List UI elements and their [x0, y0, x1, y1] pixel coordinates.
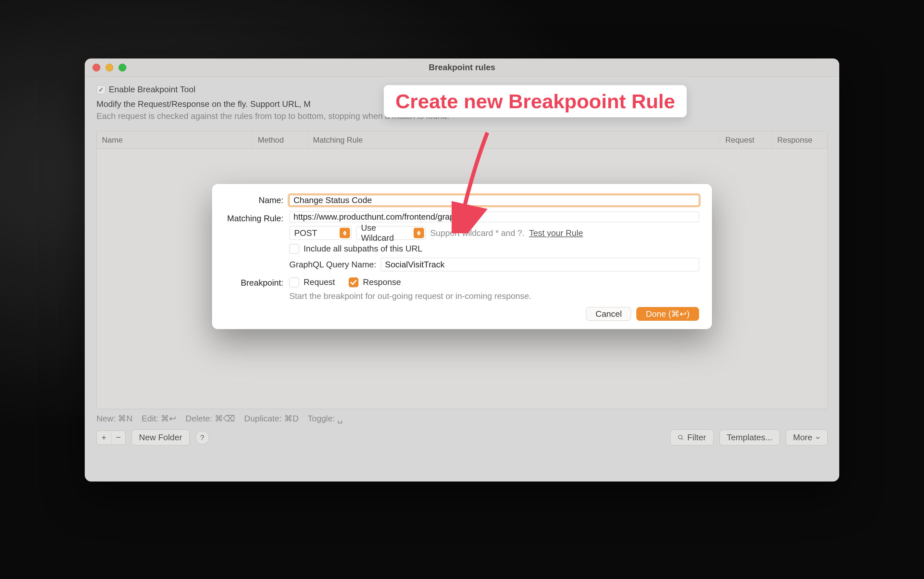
shortcut-toggle: Toggle: ␣: [308, 414, 343, 424]
done-button[interactable]: Done (⌘↩): [636, 307, 699, 321]
annotation-callout: Create new Breakpooint Rule: [384, 85, 687, 117]
test-rule-link[interactable]: Test your Rule: [529, 228, 583, 238]
search-icon: [678, 434, 684, 441]
breakpoint-label: Breakpoint:: [225, 277, 289, 288]
column-matching-rule[interactable]: Matching Rule: [308, 131, 720, 149]
titlebar: Breakpoint rules: [85, 59, 839, 77]
wildcard-select-value: Use Wildcard: [361, 223, 411, 243]
enable-breakpoint-checkbox[interactable]: ✓: [96, 85, 106, 94]
filter-label: Filter: [687, 432, 706, 443]
column-method[interactable]: Method: [253, 131, 308, 149]
shortcut-hints: New: ⌘N Edit: ⌘↩ Delete: ⌘⌫ Duplicate: ⌘…: [85, 409, 839, 424]
breakpoint-response-checkbox[interactable]: [349, 278, 359, 287]
shortcut-duplicate: Duplicate: ⌘D: [244, 414, 299, 424]
create-breakpoint-rule-dialog: Name: Matching Rule: POST Use Wildcard: [212, 184, 712, 329]
breakpoint-hint: Start the breakpoint for out-going reque…: [289, 291, 699, 301]
chevron-down-icon: [816, 435, 820, 440]
breakpoint-rules-window: Breakpoint rules ✓ Enable Breakpoint Too…: [85, 59, 839, 481]
cancel-button[interactable]: Cancel: [586, 307, 631, 321]
name-label: Name:: [225, 195, 289, 205]
add-remove-segment: + −: [96, 430, 125, 445]
breakpoint-request-label: Request: [303, 277, 335, 287]
more-label: More: [793, 432, 812, 443]
name-input[interactable]: [289, 195, 699, 206]
column-request[interactable]: Request: [720, 131, 772, 149]
column-name[interactable]: Name: [97, 131, 253, 149]
new-folder-button[interactable]: New Folder: [132, 430, 190, 445]
window-title: Breakpoint rules: [85, 62, 839, 72]
shortcut-edit: Edit: ⌘↩: [142, 414, 176, 424]
svg-point-0: [678, 435, 682, 439]
include-subpaths-checkbox[interactable]: [289, 244, 299, 254]
method-select-value: POST: [294, 228, 317, 238]
wildcard-select[interactable]: Use Wildcard: [356, 226, 425, 240]
footer-bar: + − New Folder ? Filter Templates... Mor…: [85, 424, 839, 445]
filter-button[interactable]: Filter: [670, 430, 714, 445]
more-button[interactable]: More: [786, 430, 828, 445]
add-rule-button[interactable]: +: [97, 431, 111, 445]
include-subpaths-label: Include all subpaths of this URL: [303, 244, 422, 254]
breakpoint-response-label: Response: [363, 277, 401, 287]
templates-button[interactable]: Templates...: [719, 430, 780, 445]
shortcut-delete: Delete: ⌘⌫: [186, 414, 235, 424]
column-response[interactable]: Response: [772, 131, 827, 149]
shortcut-new: New: ⌘N: [96, 414, 132, 424]
table-header-row: Name Method Matching Rule Request Respon…: [97, 131, 827, 149]
svg-line-1: [681, 438, 683, 440]
method-select[interactable]: POST: [289, 226, 352, 240]
matching-rule-label: Matching Rule:: [225, 211, 289, 224]
wildcard-hint: Support wildcard * and ?.: [430, 228, 525, 238]
graphql-query-input[interactable]: [381, 258, 699, 271]
stepper-icon: [414, 228, 424, 238]
help-button[interactable]: ?: [196, 431, 209, 445]
remove-rule-button[interactable]: −: [111, 431, 125, 445]
matching-rule-input[interactable]: [289, 211, 699, 222]
graphql-query-label: GraphQL Query Name:: [289, 260, 376, 270]
breakpoint-request-checkbox[interactable]: [289, 278, 299, 287]
enable-breakpoint-label: Enable Breakpoint Tool: [109, 85, 196, 95]
stepper-icon: [340, 228, 350, 238]
